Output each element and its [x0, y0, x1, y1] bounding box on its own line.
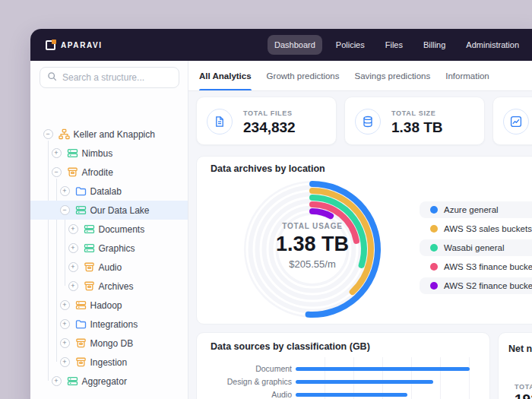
archive-icon: [75, 337, 87, 349]
stat-value: 234,832: [243, 119, 296, 136]
search-input[interactable]: [62, 72, 180, 83]
expand-toggle[interactable]: +: [52, 376, 62, 386]
archive-icon: [84, 280, 95, 292]
total-usage-label: TOTAL USAGE: [252, 222, 373, 230]
tree-item-datalab[interactable]: +Datalab: [30, 182, 188, 201]
data-sources-panel: Data sources by classification (GB) Docu…: [196, 332, 490, 399]
tree-item-ingestion[interactable]: +Ingestion: [30, 353, 188, 372]
expand-toggle[interactable]: +: [60, 338, 70, 348]
stack-green-icon: [67, 147, 78, 159]
aparavi-logo-icon: [46, 40, 55, 50]
legend-label: AWS S3 sales buckets: [444, 224, 532, 233]
tree-item-afrodite[interactable]: −Afrodite: [30, 163, 188, 182]
expand-toggle[interactable]: +: [60, 300, 70, 310]
expand-toggle[interactable]: +: [52, 148, 62, 158]
nav-item-policies[interactable]: Policies: [329, 35, 372, 55]
tree-item-audio[interactable]: +Audio: [30, 258, 188, 277]
bar-label: Design & graphics: [197, 377, 292, 386]
legend-dot: [430, 244, 438, 252]
nav-item-files[interactable]: Files: [378, 35, 410, 55]
tree-item-integrations[interactable]: +Integrations: [30, 315, 188, 334]
tree-item-label: Hadoop: [90, 300, 122, 311]
collapse-toggle[interactable]: −: [43, 129, 53, 139]
tree-item-label: Keller and Knappich: [74, 129, 155, 140]
archive-icon: [84, 261, 95, 273]
legend-label: AWS S3 finance buckets: [444, 262, 532, 271]
tree-item-label: Nimbus: [82, 148, 113, 159]
tree-item-label: Documents: [99, 224, 145, 235]
tree-item-label: Integrations: [90, 319, 138, 330]
stack-green-icon: [84, 223, 95, 235]
tab-growth-predictions[interactable]: Growth predictions: [267, 61, 340, 90]
legend-item-wasabi-general[interactable]: Wasabi general: [420, 239, 532, 256]
structure-tree: −Keller and Knappich+Nimbus−Afrodite+Dat…: [30, 90, 188, 399]
expand-toggle[interactable]: +: [68, 281, 78, 291]
panel-title: Data sources by classification (GB): [211, 341, 370, 352]
stack-green-icon: [84, 242, 95, 254]
app-window: APARAVI DashboardPoliciesFilesBillingAdm…: [30, 29, 532, 399]
collapse-toggle[interactable]: −: [60, 205, 70, 215]
expand-toggle[interactable]: +: [60, 357, 70, 367]
main-content: All AnalyticsGrowth predictionsSavings p…: [188, 61, 532, 399]
nav-item-billing[interactable]: Billing: [416, 35, 452, 55]
tree-item-keller-and-knappich[interactable]: −Keller and Knappich: [30, 125, 188, 144]
stat-card-total-files[interactable]: TOTAL FILES234,832: [196, 97, 337, 145]
logo: APARAVI: [46, 29, 103, 61]
tree-item-aggregator[interactable]: +Aggregator: [30, 372, 188, 391]
tree-item-nimbus[interactable]: +Nimbus: [30, 144, 188, 163]
database-icon: [355, 109, 381, 135]
bar-audio: [296, 393, 407, 397]
gridline: [411, 357, 412, 399]
sidebar: −Keller and Knappich+Nimbus−Afrodite+Dat…: [30, 61, 188, 399]
tree-item-label: Mongo DB: [90, 338, 134, 349]
legend-dot: [430, 263, 438, 271]
logo-text: APARAVI: [61, 41, 103, 49]
stat-card-extra[interactable]: [492, 97, 532, 145]
tree-item-label: Afrodite: [82, 167, 113, 178]
expand-toggle[interactable]: +: [60, 186, 70, 196]
stat-label: TOTAL FILES: [243, 109, 293, 117]
stat-value: 1.38 TB: [391, 119, 443, 136]
search-box[interactable]: [40, 67, 179, 88]
legend-item-aws-s3-sales-buckets[interactable]: AWS S3 sales buckets: [420, 220, 532, 237]
tree-item-label: Aggregator: [82, 376, 127, 387]
expand-toggle[interactable]: +: [60, 319, 70, 329]
gridline: [440, 357, 441, 399]
tab-savings-predictions[interactable]: Savings predictions: [354, 61, 430, 90]
expand-toggle[interactable]: +: [68, 262, 78, 272]
data-archives-panel: Data archives by location TOTAL USAGE 1.…: [196, 156, 532, 325]
tree-item-graphics[interactable]: +Graphics: [30, 239, 188, 258]
monthly-cost: $205.55/m: [252, 258, 373, 270]
stat-card-total-size[interactable]: TOTAL SIZE1.38 TB: [344, 97, 485, 145]
panel-title: Data archives by location: [211, 163, 325, 174]
net-total-value: 192: [515, 391, 532, 399]
expand-toggle[interactable]: +: [68, 224, 78, 234]
archive-icon: [67, 166, 78, 178]
expand-toggle[interactable]: +: [68, 243, 78, 253]
collapse-toggle[interactable]: −: [52, 167, 62, 177]
top-navbar: APARAVI DashboardPoliciesFilesBillingAdm…: [30, 29, 532, 61]
analytics-tabs: All AnalyticsGrowth predictionsSavings p…: [188, 61, 532, 91]
legend-item-azure-general[interactable]: Azure general: [420, 201, 532, 218]
tree-item-documents[interactable]: +Documents: [30, 220, 188, 239]
tab-information[interactable]: Information: [445, 61, 489, 90]
legend-dot: [430, 206, 438, 214]
legend-item-aws-s2-finance-buckets[interactable]: AWS S2 finance buckets: [420, 277, 532, 294]
tree-item-label: Datalab: [90, 186, 122, 197]
tree-item-archives[interactable]: +Archives: [30, 277, 188, 296]
primary-nav: DashboardPoliciesFilesBillingAdministrat…: [268, 29, 532, 61]
nav-item-administration[interactable]: Administration: [459, 35, 526, 55]
tree-item-hadoop[interactable]: +Hadoop: [30, 296, 188, 315]
net-total-label: TOTAL: [515, 383, 532, 391]
stack-green-icon: [67, 375, 78, 387]
legend-item-aws-s3-finance-buckets[interactable]: AWS S3 finance buckets: [420, 258, 532, 275]
stat-label: TOTAL SIZE: [391, 109, 436, 117]
gridline: [469, 357, 470, 399]
tree-item-our-data-lake[interactable]: −Our Data Lake: [30, 201, 188, 220]
total-usage-value: 1.38 TB: [252, 233, 373, 256]
legend-dot: [430, 282, 438, 290]
tab-all-analytics[interactable]: All Analytics: [199, 61, 252, 90]
tree-item-mongo-db[interactable]: +Mongo DB: [30, 334, 188, 353]
nav-item-dashboard[interactable]: Dashboard: [268, 35, 322, 55]
folder-icon: [75, 318, 87, 330]
